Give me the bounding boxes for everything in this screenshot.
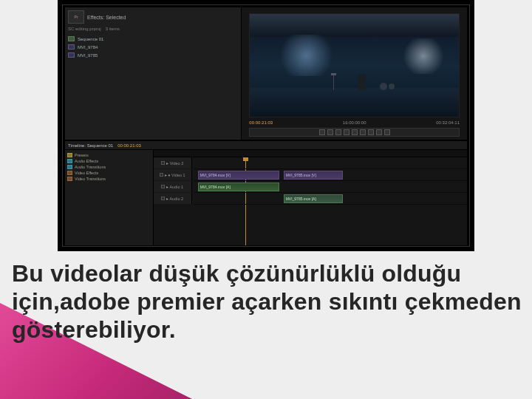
step-back-button[interactable] — [344, 129, 349, 135]
panel-title: Effects: Selected — [87, 15, 126, 20]
go-out-button[interactable] — [368, 129, 374, 135]
folder-icon — [67, 171, 72, 175]
folder-row[interactable]: Video Transitions — [67, 176, 151, 182]
play-button[interactable] — [352, 129, 358, 135]
program-monitor[interactable]: 00:00:21:03 16:00:00:00 00:32:04:11 — [242, 7, 467, 140]
video-icon — [68, 44, 75, 50]
folder-label: Video Transitions — [75, 177, 106, 181]
audio-clip[interactable]: MVI_9784.mov [A] — [198, 183, 279, 191]
audio-clip[interactable]: MVI_9785.mov [A] — [284, 194, 343, 203]
timeline-timecode[interactable]: 00:00:21:03 — [117, 143, 141, 148]
go-in-button[interactable] — [335, 129, 341, 135]
bin-label: Sequence 01 — [78, 37, 103, 41]
eye-icon[interactable] — [160, 173, 163, 177]
folder-label: Audio Transitions — [75, 165, 106, 169]
loop-button[interactable] — [376, 129, 382, 135]
folder-row[interactable]: Audio Transitions — [67, 164, 151, 170]
folder-row[interactable]: Audio Effects — [67, 158, 151, 164]
step-fwd-button[interactable] — [360, 129, 366, 135]
media-browser[interactable]: Presets Audio Effects Audio Transitions … — [65, 150, 154, 245]
monitor-viewport[interactable] — [249, 13, 460, 117]
sequence-icon — [68, 36, 75, 41]
project-name: SC editing.prproj — [68, 27, 101, 31]
folder-label: Presets — [75, 153, 89, 157]
bin-label: MVI_9784 — [78, 45, 98, 50]
track-v1[interactable]: ▸ ● Video 1 MVI_9784.mov [V] MVI_9785.mo… — [194, 169, 467, 181]
timeline-header: Timeline: Sequence 01 00:00:21:03 — [65, 141, 467, 150]
folder-row[interactable]: Presets — [67, 152, 151, 158]
eye-icon[interactable] — [161, 185, 165, 188]
mark-out-button[interactable] — [327, 129, 333, 135]
app-thumb: Pr — [68, 10, 84, 24]
track-label: ▸ Audio 1 — [166, 185, 183, 189]
folder-icon — [67, 153, 72, 157]
folder-label: Video Effects — [75, 171, 98, 175]
time-ruler[interactable] — [154, 150, 467, 157]
bin-label: MVI_9785 — [78, 53, 98, 58]
bin-row[interactable]: MVI_9785 — [68, 51, 238, 59]
item-count: 3 items — [106, 27, 120, 31]
video-clip[interactable]: MVI_9784.mov [V] — [198, 171, 279, 180]
track-label: ▸ Video 2 — [166, 161, 183, 166]
safe-margins-button[interactable] — [384, 129, 390, 135]
mid-timecode: 16:00:00:00 — [343, 120, 366, 125]
duration-timecode: 00:32:04:11 — [436, 120, 460, 125]
video-icon — [68, 52, 75, 58]
video-clip[interactable]: MVI_9785.mov [V] — [284, 171, 343, 180]
bin-row[interactable]: MVI_9784 — [68, 43, 238, 51]
track-label: ▸ ● Video 1 — [165, 173, 185, 177]
bin-row[interactable]: Sequence 01 — [68, 35, 238, 43]
folder-label: Audio Effects — [75, 159, 98, 163]
track-a2[interactable]: ▸ Audio 2 MVI_9785.mov [A] — [194, 193, 467, 205]
timeline-panel[interactable]: ▸ Video 2 ▸ ● Video 1 MVI_9784.mov [V] M… — [154, 150, 467, 245]
track-v2[interactable]: ▸ Video 2 — [194, 157, 467, 169]
folder-icon — [67, 177, 72, 181]
mark-in-button[interactable] — [319, 129, 325, 135]
track-label: ▸ Audio 2 — [166, 197, 183, 201]
sequence-tab[interactable]: Timeline: Sequence 01 — [68, 143, 113, 148]
folder-icon — [67, 159, 72, 163]
transport-bar — [249, 128, 460, 137]
eye-icon[interactable] — [161, 161, 165, 165]
premiere-screenshot: Pr Effects: Selected SC editing.prproj 3… — [58, 0, 474, 251]
track-a1[interactable]: ▸ Audio 1 MVI_9784.mov [A] — [194, 181, 467, 193]
video-frame — [250, 14, 459, 117]
folder-icon — [67, 165, 72, 169]
folder-row[interactable]: Video Effects — [67, 170, 151, 176]
slide-caption: Bu videolar düşük çözünürlüklü olduğu iç… — [12, 260, 528, 344]
current-timecode: 00:00:21:03 — [249, 120, 273, 125]
project-panel[interactable]: Pr Effects: Selected SC editing.prproj 3… — [65, 7, 242, 140]
eye-icon[interactable] — [161, 197, 165, 200]
